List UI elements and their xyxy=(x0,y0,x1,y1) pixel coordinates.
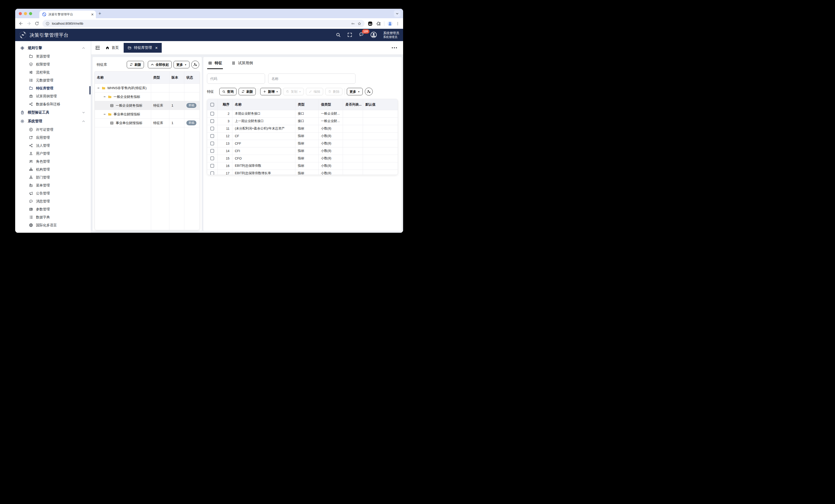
tree-row[interactable]: − 事业单位财报指标 xyxy=(95,110,200,119)
sidebar-item-2-0[interactable]: 许可证管理 xyxy=(15,126,91,133)
sidebar-item-2-7[interactable]: 菜单管理 xyxy=(15,181,91,189)
messages-button[interactable]: 120 xyxy=(359,31,364,38)
feature-tab-0[interactable]: 特征 xyxy=(208,57,222,69)
row-checkbox[interactable] xyxy=(210,142,214,145)
tab-search-button[interactable] xyxy=(394,10,401,17)
tree-row[interactable]: − WHNS非零售内评(特征库) xyxy=(95,84,200,92)
sidebar-item-2-12[interactable]: 国际化多语言 xyxy=(15,221,91,229)
password-manager-icon[interactable] xyxy=(351,22,355,26)
more-button[interactable]: 更多▼ xyxy=(347,88,363,95)
refresh-button[interactable]: 刷新 xyxy=(239,88,256,95)
table-row[interactable]: 12 CF 指标 小数(8) xyxy=(207,132,398,140)
fullscreen-icon[interactable] xyxy=(347,32,352,38)
new-tab-button[interactable]: + xyxy=(99,11,101,16)
feature-tab-1[interactable]: 试算用例 xyxy=(231,57,253,69)
feature-toolbar: 特征 查询 刷新 新增▼ xyxy=(203,84,402,96)
collapse-all-button[interactable]: 全部收起 xyxy=(148,61,172,68)
row-checkbox[interactable] xyxy=(210,112,214,115)
table-row[interactable]: 3 上一期企业财务接口 接口 一般企业财... xyxy=(207,118,398,125)
user-info[interactable]: 系统管理员 系统管理员 xyxy=(383,31,400,39)
table-row[interactable]: 2 本期企业财务接口 接口 一般企业财... xyxy=(207,110,398,118)
plus-icon xyxy=(263,90,266,93)
address-bar[interactable]: localhost:8080/#/re/lib xyxy=(42,20,365,27)
sidebar-item-2-8[interactable]: 公告管理 xyxy=(15,189,91,197)
user-settings-button[interactable] xyxy=(365,88,373,96)
row-checkbox[interactable] xyxy=(210,119,214,123)
extensions-icon[interactable] xyxy=(376,21,381,26)
browser-profile-avatar[interactable] xyxy=(387,21,392,26)
sidebar-section-1[interactable]: 模型验证工具 xyxy=(15,108,91,117)
minimize-window-button[interactable] xyxy=(24,12,27,15)
collapse-node-icon[interactable]: − xyxy=(104,112,106,116)
sidebar-item-2-5[interactable]: 机构管理 xyxy=(15,165,91,173)
name-filter-input[interactable] xyxy=(268,74,355,84)
tree-cell-type: 特征库 xyxy=(151,119,169,127)
row-checkbox[interactable] xyxy=(210,127,214,130)
table-row[interactable]: 11 (未分配利润+盈余公积)/年末总资产 指标 小数(8) xyxy=(207,125,398,132)
sidebar-item-2-3[interactable]: 用户管理 xyxy=(15,149,91,158)
bookmark-icon[interactable] xyxy=(357,22,362,26)
code-filter-input[interactable] xyxy=(207,74,265,84)
search-icon[interactable] xyxy=(335,32,341,38)
reload-button[interactable] xyxy=(35,21,39,26)
tab-close-icon[interactable]: ✕ xyxy=(91,13,94,17)
sidebar-item-2-9[interactable]: 消息管理 xyxy=(15,197,91,205)
sidebar-item-0-4[interactable]: 特征库管理 xyxy=(15,84,91,92)
toolbar-divider xyxy=(384,21,384,26)
sidebar-item-2-10[interactable]: 参数管理 xyxy=(15,205,91,213)
sidebar-item-2-2[interactable]: 法人管理 xyxy=(15,142,91,149)
back-button[interactable] xyxy=(19,21,23,26)
sidebar-item-0-5[interactable]: 试算用例管理 xyxy=(15,92,91,100)
table-row[interactable]: 14 CFI 指标 小数(8) xyxy=(207,147,398,155)
tree-cell-version: 1 xyxy=(169,101,184,110)
tree-row[interactable]: 事业单位财报指标 特征库 1 草稿 xyxy=(95,119,200,127)
sidebar-item-2-4[interactable]: 角色管理 xyxy=(15,158,91,165)
sidebar-scrollbar-thumb[interactable] xyxy=(89,86,90,94)
browser-menu-icon[interactable] xyxy=(396,22,400,26)
sidebar-item-0-0[interactable]: 资源管理 xyxy=(15,52,91,60)
query-button[interactable]: 查询 xyxy=(219,88,237,95)
sidebar-section-0[interactable]: 规则引擎 xyxy=(15,44,91,52)
sidebar-item-2-1[interactable]: 应用管理 xyxy=(15,133,91,142)
browser-tab[interactable]: 决策引擎管理平台 ✕ xyxy=(39,10,96,18)
table-row[interactable]: 15 CFO 指标 小数(8) xyxy=(207,155,398,162)
row-checkbox[interactable] xyxy=(210,156,214,160)
tab-options-icon[interactable] xyxy=(392,47,397,48)
table-row[interactable]: 17 EBIT利息保障倍数增长率 指标 小数(8) xyxy=(207,170,398,175)
tree-more-button[interactable]: 更多▼ xyxy=(174,61,189,68)
sidebar-item-2-6[interactable]: 部门管理 xyxy=(15,173,91,181)
tab-home[interactable]: 首页 xyxy=(105,45,119,50)
extension-icon[interactable] xyxy=(368,21,373,26)
sidebar-section-2[interactable]: 系统管理 xyxy=(15,117,91,126)
site-info-icon[interactable] xyxy=(45,22,49,26)
zoom-window-button[interactable] xyxy=(29,12,32,15)
user-avatar[interactable] xyxy=(370,31,377,38)
collapse-node-icon[interactable]: − xyxy=(104,95,106,99)
edit-button[interactable]: 编辑 xyxy=(306,88,323,95)
sidebar-item-0-6[interactable]: 数据备份和迁移 xyxy=(15,100,91,108)
sidebar-item-0-3[interactable]: 123 元数据管理 xyxy=(15,76,91,84)
tab-feature-library[interactable]: 特征库管理 ✕ xyxy=(124,43,162,52)
row-checkbox[interactable] xyxy=(210,164,214,168)
tree-row[interactable]: − 一般企业财务指标 xyxy=(95,92,200,101)
table-row[interactable]: 16 EBIT利息保障倍数 指标 小数(8) xyxy=(207,162,398,170)
delete-button[interactable]: 删除 xyxy=(325,88,342,95)
row-checkbox[interactable] xyxy=(210,134,214,138)
sidebar-fold-icon[interactable] xyxy=(95,45,101,50)
copy-button[interactable]: 复制▼ xyxy=(283,88,304,95)
forward-button[interactable] xyxy=(26,21,32,26)
sidebar-item-0-1[interactable]: 权限管理 xyxy=(15,60,91,68)
tree-row[interactable]: 一般企业财务指标 特征库 1 草稿 xyxy=(95,101,200,110)
tree-refresh-button[interactable]: 刷新 xyxy=(127,61,144,68)
close-tab-icon[interactable]: ✕ xyxy=(155,46,158,50)
row-checkbox[interactable] xyxy=(210,171,214,175)
tree-user-settings-button[interactable] xyxy=(191,61,199,68)
close-window-button[interactable] xyxy=(19,12,22,15)
sidebar-item-0-2[interactable]: 流程审批 xyxy=(15,68,91,76)
table-row[interactable]: 13 CFF 指标 小数(8) xyxy=(207,140,398,147)
collapse-node-icon[interactable]: − xyxy=(98,86,100,90)
row-checkbox[interactable] xyxy=(210,149,214,153)
select-all-checkbox[interactable] xyxy=(210,103,214,107)
sidebar-item-2-11[interactable]: 数据字典 xyxy=(15,213,91,221)
add-button[interactable]: 新增▼ xyxy=(260,88,281,95)
